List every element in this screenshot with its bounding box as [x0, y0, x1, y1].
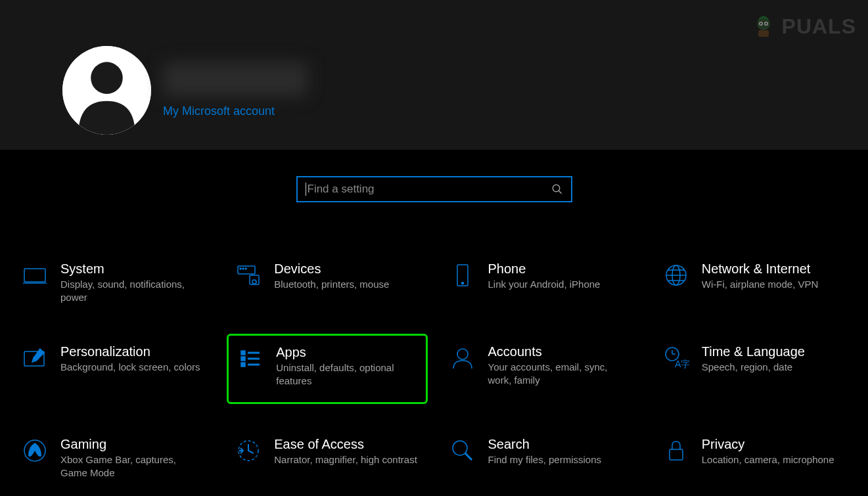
settings-header: PUALS My Microsoft account	[0, 0, 868, 150]
tile-system[interactable]: System Display, sound, notifications, po…	[13, 255, 214, 311]
phone-icon	[449, 261, 476, 289]
tile-title: Gaming	[60, 437, 205, 452]
search-tile-icon	[449, 437, 476, 464]
text-cursor	[306, 183, 306, 196]
svg-rect-5	[758, 30, 769, 37]
avatar[interactable]	[62, 46, 151, 135]
tile-desc: Your accounts, email, sync, work, family	[488, 361, 633, 388]
svg-point-3	[760, 23, 762, 25]
tile-desc: Xbox Game Bar, captures, Game Mode	[60, 453, 205, 480]
time-language-icon: A字	[662, 344, 690, 372]
apps-icon	[237, 345, 264, 372]
tile-desc: Speech, region, date	[702, 361, 805, 374]
svg-line-9	[559, 191, 562, 194]
system-icon	[21, 261, 49, 289]
tile-personalization[interactable]: Personalization Background, lock screen,…	[13, 338, 214, 405]
tile-desc: Location, camera, microphone	[702, 453, 834, 466]
account-section: My Microsoft account	[62, 46, 868, 135]
tile-desc: Uninstall, defaults, optional features	[276, 361, 417, 388]
tile-apps[interactable]: Apps Uninstall, defaults, optional featu…	[227, 334, 427, 405]
search-container	[0, 176, 868, 202]
globe-icon	[662, 261, 690, 289]
tile-title: Network & Internet	[702, 261, 819, 277]
account-name-redacted	[163, 62, 308, 97]
tile-title: Apps	[276, 345, 417, 360]
tile-title: Time & Language	[702, 344, 805, 359]
svg-rect-41	[670, 449, 683, 460]
tile-desc: Wi-Fi, airplane mode, VPN	[702, 278, 819, 291]
settings-tiles-grid: System Display, sound, notifications, po…	[0, 202, 868, 487]
tile-desc: Background, lock screen, colors	[60, 361, 200, 374]
avatar-placeholder-icon	[62, 46, 151, 135]
svg-point-13	[240, 268, 241, 269]
tile-title: Devices	[274, 261, 389, 277]
accounts-icon	[449, 344, 476, 372]
tile-title: System	[60, 261, 205, 277]
svg-rect-26	[241, 351, 245, 355]
tile-time-language[interactable]: A字 Time & Language Speech, region, date	[654, 338, 855, 405]
tile-title: Personalization	[60, 344, 200, 359]
gaming-icon	[21, 437, 49, 464]
search-input[interactable]	[308, 183, 551, 196]
tile-title: Search	[488, 437, 602, 452]
svg-point-4	[765, 23, 767, 25]
search-icon	[551, 183, 563, 195]
svg-line-40	[465, 453, 472, 460]
account-text-block: My Microsoft account	[163, 62, 308, 118]
ease-of-access-icon	[235, 437, 262, 464]
svg-point-19	[461, 282, 463, 284]
tile-title: Accounts	[488, 344, 633, 359]
svg-point-32	[457, 349, 468, 359]
tile-search[interactable]: Search Find my files, permissions	[441, 430, 641, 487]
tile-gaming[interactable]: Gaming Xbox Game Bar, captures, Game Mod…	[13, 430, 214, 487]
svg-point-39	[453, 441, 467, 455]
svg-point-8	[553, 185, 560, 192]
tile-privacy[interactable]: Privacy Location, camera, microphone	[654, 430, 855, 487]
watermark: PUALS	[749, 12, 856, 41]
tile-accounts[interactable]: Accounts Your accounts, email, sync, wor…	[441, 338, 641, 405]
svg-rect-10	[24, 269, 45, 282]
svg-point-7	[91, 62, 123, 94]
svg-point-17	[252, 280, 256, 284]
svg-rect-12	[238, 266, 255, 274]
svg-point-14	[242, 268, 244, 269]
svg-text:A字: A字	[675, 359, 689, 369]
tile-devices[interactable]: Devices Bluetooth, printers, mouse	[227, 255, 427, 311]
tile-ease-of-access[interactable]: Ease of Access Narrator, magnifier, high…	[227, 430, 427, 487]
tile-desc: Find my files, permissions	[488, 453, 602, 466]
search-box[interactable]	[296, 176, 572, 202]
svg-point-15	[245, 268, 246, 269]
svg-rect-28	[241, 363, 245, 367]
privacy-lock-icon	[662, 437, 690, 464]
tile-phone[interactable]: Phone Link your Android, iPhone	[441, 255, 641, 311]
watermark-logo-icon	[749, 12, 778, 41]
tile-title: Ease of Access	[274, 437, 417, 452]
tile-title: Privacy	[702, 437, 834, 452]
microsoft-account-link[interactable]: My Microsoft account	[163, 104, 308, 118]
tile-desc: Narrator, magnifier, high contrast	[274, 453, 417, 466]
watermark-text: PUALS	[782, 14, 856, 39]
personalization-icon	[21, 344, 49, 372]
tile-title: Phone	[488, 261, 601, 277]
tile-desc: Display, sound, notifications, power	[60, 278, 205, 305]
tile-network[interactable]: Network & Internet Wi-Fi, airplane mode,…	[654, 255, 855, 311]
tile-desc: Link your Android, iPhone	[488, 278, 601, 291]
tile-desc: Bluetooth, printers, mouse	[274, 278, 389, 291]
svg-rect-27	[241, 357, 245, 361]
devices-icon	[235, 261, 262, 289]
